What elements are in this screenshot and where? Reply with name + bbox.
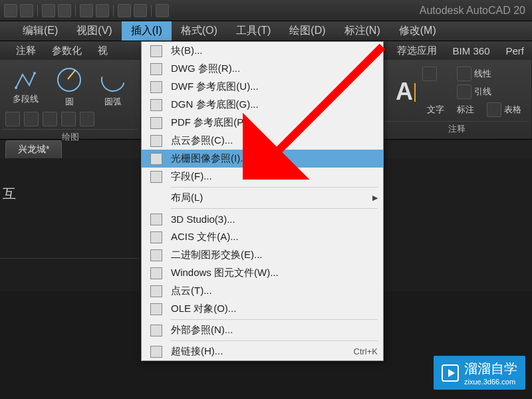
arc-button[interactable]: 圆弧 bbox=[93, 65, 133, 108]
qat-btn-5[interactable] bbox=[80, 4, 93, 17]
ole-icon bbox=[150, 303, 162, 315]
menu-dim[interactable]: 标注(N) bbox=[335, 21, 390, 41]
menu-item-binary-icon[interactable]: 二进制图形交换(E)... bbox=[142, 246, 383, 264]
menu-item-field-icon[interactable]: 字段(F)... bbox=[142, 168, 383, 186]
menu-view[interactable]: 视图(V) bbox=[67, 21, 121, 41]
qat-btn-8[interactable] bbox=[134, 4, 147, 17]
menu-item-label: PDF 参考底图(P)... bbox=[171, 116, 378, 129]
linear-button[interactable]: 线性 bbox=[457, 65, 526, 82]
qat-btn-9[interactable] bbox=[156, 4, 169, 17]
watermark-brand: 溜溜自学 bbox=[464, 361, 517, 376]
menu-item-label: 光栅图像参照(I)... bbox=[171, 152, 378, 165]
circle-button[interactable]: 圆 bbox=[49, 65, 89, 108]
pdf-icon bbox=[150, 117, 162, 129]
ann-panel-label: 注释 bbox=[385, 121, 529, 136]
wmf-icon bbox=[150, 267, 162, 279]
dwf-icon bbox=[150, 81, 162, 93]
qat-btn-7[interactable] bbox=[118, 4, 131, 17]
raster-icon bbox=[150, 153, 162, 165]
dim-label bbox=[422, 83, 456, 100]
menu-tools[interactable]: 工具(T) bbox=[227, 21, 280, 41]
menu-item-wmf-icon[interactable]: Windows 图元文件(W)... bbox=[142, 264, 383, 282]
watermark: 溜溜自学 zixue.3d66.com bbox=[434, 356, 525, 390]
menu-item-label: 块(B)... bbox=[171, 45, 378, 57]
table-button[interactable]: 表格 bbox=[487, 102, 521, 117]
leader-button[interactable]: 引线 bbox=[457, 83, 526, 100]
acis-icon bbox=[150, 231, 162, 243]
ribbon-tab-bim360[interactable]: BIM 360 bbox=[445, 45, 498, 57]
menu-item-dgn-icon[interactable]: DGN 参考底图(G)... bbox=[142, 96, 383, 114]
menu-format[interactable]: 格式(O) bbox=[172, 21, 227, 41]
annotation-panel: A 线性 引线 文字 标注 表格 注释 bbox=[382, 60, 532, 139]
qat-btn-2[interactable] bbox=[20, 4, 33, 17]
menu-modify[interactable]: 修改(M) bbox=[390, 21, 446, 41]
menu-item-3ds-icon[interactable]: 3D Studio(3)... bbox=[142, 210, 383, 228]
dim-label2: 标注 bbox=[457, 104, 474, 116]
shortcut-label: Ctrl+K bbox=[354, 346, 378, 356]
watermark-url: zixue.3d66.com bbox=[464, 378, 517, 386]
draw-small-1[interactable] bbox=[5, 112, 20, 126]
quick-access-toolbar: Autodesk AutoCAD 20 bbox=[0, 0, 532, 21]
draw-panel: 多段线 圆 圆弧 绘图 bbox=[0, 60, 141, 139]
menu-item-label: DWG 参照(R)... bbox=[171, 63, 378, 75]
menu-item-pointcloud-icon[interactable]: 点云参照(C)... bbox=[142, 132, 383, 150]
block-icon bbox=[150, 45, 162, 57]
menu-item-label: 字段(F)... bbox=[171, 170, 378, 183]
menu-item-label: DGN 参考底图(G)... bbox=[171, 98, 378, 111]
menu-item-label: DWF 参考底图(U)... bbox=[171, 80, 378, 93]
menu-item-pdf-icon[interactable]: PDF 参考底图(P)... bbox=[142, 114, 383, 132]
menu-item-label: OLE 对象(O)... bbox=[171, 303, 378, 315]
menu-item-dwf-icon[interactable]: DWF 参考底图(U)... bbox=[142, 78, 383, 96]
file-tab-active[interactable]: 兴龙城* bbox=[5, 140, 62, 158]
dwg-icon bbox=[150, 63, 162, 75]
menu-item-pointcloud2-icon[interactable]: 点云(T)... bbox=[142, 282, 383, 300]
ribbon-tab-view[interactable]: 视 bbox=[90, 45, 116, 57]
qat-btn-1[interactable] bbox=[4, 4, 17, 17]
menu-item-dwg-icon[interactable]: DWG 参照(R)... bbox=[142, 60, 383, 78]
play-icon bbox=[442, 364, 459, 382]
menu-item-label: 二进制图形交换(E)... bbox=[171, 249, 378, 261]
pointcloud-icon bbox=[150, 135, 162, 147]
menu-item-layout[interactable]: 布局(L)▶ bbox=[142, 189, 383, 207]
menu-edit[interactable]: 编辑(E) bbox=[13, 21, 67, 41]
svg-point-1 bbox=[33, 72, 36, 74]
text-label: 文字 bbox=[427, 104, 444, 116]
ribbon-tab-perf[interactable]: Perf bbox=[497, 45, 532, 57]
dim-icon[interactable] bbox=[422, 65, 456, 82]
side-char: 互 bbox=[3, 185, 16, 203]
ribbon-tab-preferred[interactable]: 荐选应用 bbox=[389, 45, 445, 57]
menu-item-ole-icon[interactable]: OLE 对象(O)... bbox=[142, 300, 383, 318]
hyperlink-icon bbox=[150, 346, 162, 358]
pointcloud2-icon bbox=[150, 285, 162, 297]
menu-item-hyperlink-icon[interactable]: 超链接(H)...Ctrl+K bbox=[142, 342, 383, 360]
3ds-icon bbox=[150, 213, 162, 225]
qat-btn-4[interactable] bbox=[58, 4, 71, 17]
qat-btn-3[interactable] bbox=[42, 4, 55, 17]
menu-insert[interactable]: 插入(I) bbox=[122, 21, 172, 41]
menu-bar: 编辑(E) 视图(V) 插入(I) 格式(O) 工具(T) 绘图(D) 标注(N… bbox=[0, 21, 532, 41]
app-title: Autodesk AutoCAD 20 bbox=[420, 5, 525, 17]
text-button[interactable]: A bbox=[388, 65, 421, 118]
dgn-icon bbox=[150, 99, 162, 111]
insert-menu-dropdown: 块(B)...DWG 参照(R)...DWF 参考底图(U)...DGN 参考底… bbox=[141, 41, 384, 361]
menu-item-xref-icon[interactable]: 外部参照(N)... bbox=[142, 321, 383, 339]
menu-draw[interactable]: 绘图(D) bbox=[280, 21, 334, 41]
draw-small-4[interactable] bbox=[61, 112, 76, 126]
draw-small-5[interactable] bbox=[80, 112, 94, 126]
menu-item-label: Windows 图元文件(W)... bbox=[171, 267, 378, 279]
draw-small-3[interactable] bbox=[43, 112, 57, 126]
svg-point-0 bbox=[15, 86, 17, 89]
polyline-button[interactable]: 多段线 bbox=[5, 68, 45, 105]
menu-item-label: 布局(L) bbox=[171, 192, 372, 204]
submenu-arrow-icon: ▶ bbox=[372, 194, 378, 202]
menu-item-label: ACIS 文件(A)... bbox=[171, 231, 378, 243]
ribbon-tab-annotate[interactable]: 注释 bbox=[8, 45, 44, 57]
field-icon bbox=[150, 171, 162, 183]
menu-item-label: 点云(T)... bbox=[171, 285, 378, 297]
menu-item-raster-icon[interactable]: 光栅图像参照(I)... bbox=[142, 150, 383, 168]
draw-small-2[interactable] bbox=[24, 112, 39, 126]
qat-btn-6[interactable] bbox=[96, 4, 109, 17]
ribbon-tab-param[interactable]: 参数化 bbox=[44, 45, 90, 57]
menu-item-acis-icon[interactable]: ACIS 文件(A)... bbox=[142, 228, 383, 246]
menu-item-block-icon[interactable]: 块(B)... bbox=[142, 42, 383, 60]
